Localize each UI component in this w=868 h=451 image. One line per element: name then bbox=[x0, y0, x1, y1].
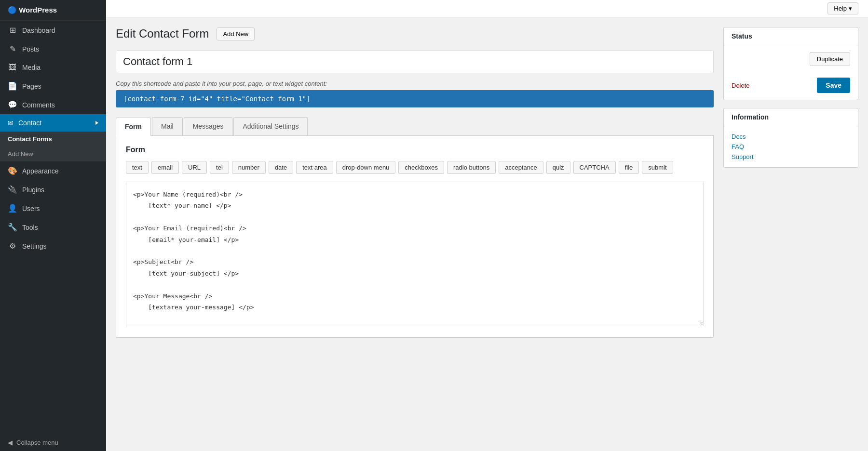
tag-button-text-area[interactable]: text area bbox=[296, 161, 333, 174]
sidebar-item-contact[interactable]: ✉ Contact bbox=[0, 114, 106, 132]
tag-button-submit[interactable]: submit bbox=[642, 161, 673, 174]
settings-icon: ⚙ bbox=[8, 241, 17, 251]
tag-button-email[interactable]: email bbox=[151, 161, 179, 174]
dashboard-icon: ⊞ bbox=[8, 26, 17, 35]
information-metabox: Information DocsFAQSupport bbox=[723, 108, 858, 168]
content-area: Edit Contact Form Add New Copy this shor… bbox=[106, 17, 868, 451]
tag-button-drop-down-menu[interactable]: drop-down menu bbox=[336, 161, 396, 174]
sidebar-item-add-new[interactable]: Add New bbox=[0, 146, 106, 161]
tag-button-captcha[interactable]: CAPTCHA bbox=[573, 161, 616, 174]
contact-section: ✉ Contact Contact Forms Add New bbox=[0, 114, 106, 161]
status-metabox-title: Status bbox=[724, 27, 858, 45]
form-name-input[interactable] bbox=[116, 50, 714, 73]
tab-additional-settings[interactable]: Additional Settings bbox=[233, 117, 308, 135]
help-button[interactable]: Help ▾ bbox=[827, 2, 858, 14]
left-column: Edit Contact Form Add New Copy this shor… bbox=[116, 27, 714, 441]
tabs-bar: Form Mail Messages Additional Settings bbox=[116, 117, 714, 136]
shortcode-label: Copy this shortcode and paste it into yo… bbox=[116, 80, 714, 87]
info-links: DocsFAQSupport bbox=[724, 126, 858, 167]
media-icon: 🖼 bbox=[8, 63, 17, 72]
sidebar-item-appearance[interactable]: 🎨 Appearance bbox=[0, 161, 106, 180]
sidebar-item-media[interactable]: 🖼 Media bbox=[0, 58, 106, 77]
add-new-button[interactable]: Add New bbox=[217, 27, 255, 40]
tab-form[interactable]: Form bbox=[116, 118, 151, 136]
help-arrow-icon: ▾ bbox=[849, 5, 852, 12]
users-icon: 👤 bbox=[8, 204, 17, 213]
info-link-docs[interactable]: Docs bbox=[732, 133, 850, 140]
main-content: Help ▾ Edit Contact Form Add New Copy th… bbox=[106, 0, 868, 451]
sidebar-item-posts[interactable]: ✎ Posts bbox=[0, 40, 106, 58]
collapse-menu-button[interactable]: ◀ Collapse menu bbox=[0, 434, 106, 451]
sidebar-logo: 🔵 WordPress bbox=[0, 0, 106, 21]
tab-messages[interactable]: Messages bbox=[184, 117, 233, 135]
tag-button-checkboxes[interactable]: checkboxes bbox=[398, 161, 444, 174]
form-panel: Form textemailURLtelnumberdatetext aread… bbox=[116, 136, 714, 338]
sidebar-item-users[interactable]: 👤 Users bbox=[0, 199, 106, 218]
status-metabox-actions: Delete Save bbox=[724, 73, 858, 100]
sidebar-item-pages[interactable]: 📄 Pages bbox=[0, 77, 106, 95]
tag-button-url[interactable]: URL bbox=[182, 161, 207, 174]
pages-icon: 📄 bbox=[8, 81, 17, 91]
sidebar-item-plugins[interactable]: 🔌 Plugins bbox=[0, 180, 106, 199]
form-panel-title: Form bbox=[126, 146, 704, 154]
appearance-icon: 🎨 bbox=[8, 166, 17, 175]
contact-submenu: Contact Forms Add New bbox=[0, 132, 106, 161]
plugins-icon: 🔌 bbox=[8, 185, 17, 194]
info-link-faq[interactable]: FAQ bbox=[732, 143, 850, 150]
sidebar-item-settings[interactable]: ⚙ Settings bbox=[0, 237, 106, 255]
status-metabox: Status Duplicate Delete Save bbox=[723, 27, 858, 100]
shortcode-box[interactable]: [contact-form-7 id="4" title="Contact fo… bbox=[116, 90, 714, 107]
collapse-icon: ◀ bbox=[8, 439, 13, 446]
topbar: Help ▾ bbox=[106, 0, 868, 17]
tag-button-tel[interactable]: tel bbox=[210, 161, 229, 174]
tag-buttons-container: textemailURLtelnumberdatetext areadrop-d… bbox=[126, 161, 704, 174]
posts-icon: ✎ bbox=[8, 44, 17, 53]
page-title: Edit Contact Form bbox=[116, 27, 209, 40]
right-column: Status Duplicate Delete Save Information… bbox=[723, 27, 858, 441]
tag-button-number[interactable]: number bbox=[232, 161, 266, 174]
tag-button-radio-buttons[interactable]: radio buttons bbox=[447, 161, 496, 174]
save-button[interactable]: Save bbox=[817, 78, 850, 93]
sidebar-item-tools[interactable]: 🔧 Tools bbox=[0, 218, 106, 237]
contact-expand-arrow bbox=[95, 121, 98, 125]
sidebar-item-comments[interactable]: 💬 Comments bbox=[0, 95, 106, 114]
tag-button-acceptance[interactable]: acceptance bbox=[499, 161, 543, 174]
duplicate-button[interactable]: Duplicate bbox=[810, 52, 850, 66]
tag-button-text[interactable]: text bbox=[126, 161, 149, 174]
tag-button-date[interactable]: date bbox=[269, 161, 293, 174]
delete-link[interactable]: Delete bbox=[732, 82, 750, 89]
status-metabox-content: Duplicate bbox=[724, 45, 858, 73]
contact-icon: ✉ bbox=[8, 119, 14, 127]
page-header: Edit Contact Form Add New bbox=[116, 27, 714, 40]
information-metabox-title: Information bbox=[724, 108, 858, 126]
form-code-editor[interactable] bbox=[126, 182, 704, 326]
sidebar-item-contact-forms[interactable]: Contact Forms bbox=[0, 132, 106, 146]
sidebar: 🔵 WordPress ⊞ Dashboard ✎ Posts 🖼 Media … bbox=[0, 0, 106, 451]
comments-icon: 💬 bbox=[8, 100, 17, 109]
tag-button-quiz[interactable]: quiz bbox=[546, 161, 570, 174]
tab-mail[interactable]: Mail bbox=[152, 117, 183, 135]
sidebar-item-dashboard[interactable]: ⊞ Dashboard bbox=[0, 21, 106, 40]
tag-button-file[interactable]: file bbox=[619, 161, 639, 174]
tools-icon: 🔧 bbox=[8, 223, 17, 232]
info-link-support[interactable]: Support bbox=[732, 153, 850, 160]
